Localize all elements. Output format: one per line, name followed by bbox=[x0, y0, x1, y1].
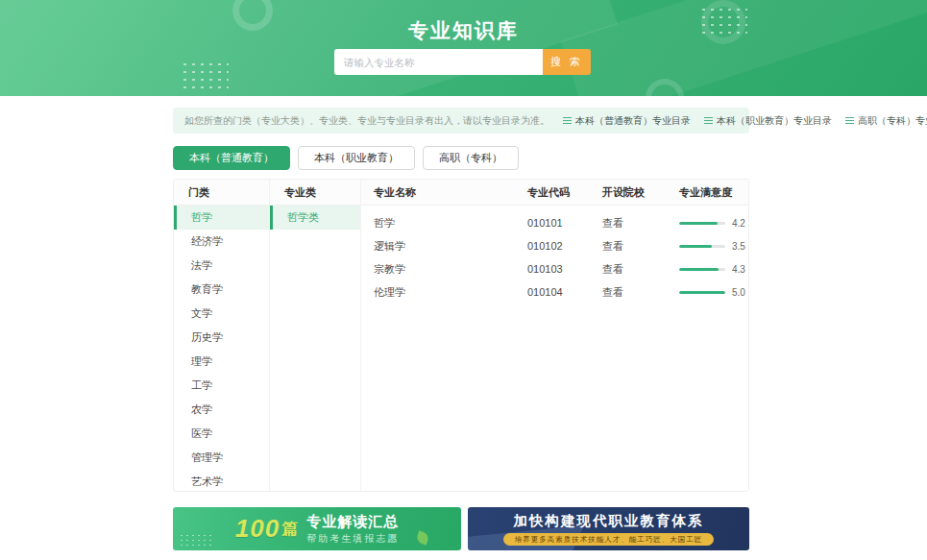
banner-right-subtitle: 培养更多高素质技术技能人才、能工巧匠、大国工匠 bbox=[503, 533, 715, 546]
search-button[interactable]: 搜 索 bbox=[543, 49, 591, 75]
menlei-list: 哲学经济学法学教育学文学历史学理学工学农学医学管理学艺术学 bbox=[174, 206, 269, 494]
catalog-link-benke-zhiye[interactable]: 本科（职业教育）专业目录 bbox=[704, 114, 832, 128]
satisfaction-bar bbox=[679, 222, 725, 225]
satisfaction-bar bbox=[679, 245, 725, 248]
banner-major-interpretation[interactable]: 100 篇 专业解读汇总 帮助考生填报志愿 bbox=[173, 507, 461, 550]
satisfaction-value: 3.5 bbox=[732, 241, 745, 252]
menlei-item[interactable]: 教育学 bbox=[174, 278, 269, 302]
view-schools-link[interactable]: 查看 bbox=[602, 285, 679, 300]
list-icon bbox=[845, 117, 854, 124]
tab-benke-putong[interactable]: 本科（普通教育） bbox=[173, 146, 290, 170]
menlei-item[interactable]: 农学 bbox=[174, 398, 269, 422]
satisfaction-cell: 5.0 bbox=[679, 287, 748, 298]
majors-table-header: 专业名称 专业代码 开设院校 专业满意度 bbox=[361, 180, 748, 206]
table-row: 宗教学010103查看4.3 bbox=[361, 257, 748, 280]
notice-bar: 如您所查的门类（专业大类）、专业类、专业与专业目录有出入，请以专业目录为准。 本… bbox=[173, 108, 749, 134]
banner-right-title: 加快构建现代职业教育体系 bbox=[514, 512, 704, 530]
menlei-item[interactable]: 法学 bbox=[174, 254, 269, 278]
major-code: 010103 bbox=[527, 263, 602, 275]
banner-left-subtitle: 帮助考生填报志愿 bbox=[306, 532, 399, 546]
col-major-code: 专业代码 bbox=[527, 185, 602, 200]
menlei-item[interactable]: 经济学 bbox=[174, 230, 269, 254]
zhuanyelei-item[interactable]: 哲学类 bbox=[270, 206, 360, 230]
satisfaction-value: 4.2 bbox=[732, 218, 745, 229]
menlei-item[interactable]: 管理学 bbox=[174, 446, 269, 470]
satisfaction-value: 4.3 bbox=[732, 264, 745, 275]
banner-unit: 篇 bbox=[281, 518, 298, 540]
tab-benke-zhiye[interactable]: 本科（职业教育） bbox=[298, 146, 415, 170]
col-schools: 开设院校 bbox=[602, 185, 679, 200]
menlei-item[interactable]: 医学 bbox=[174, 422, 269, 446]
catalog-link-label: 高职（专科）专业目录 bbox=[858, 114, 927, 128]
satisfaction-value: 5.0 bbox=[732, 287, 745, 298]
list-icon bbox=[704, 117, 713, 124]
satisfaction-cell: 3.5 bbox=[679, 241, 748, 252]
list-icon bbox=[563, 117, 572, 124]
page-title: 专业知识库 bbox=[0, 17, 927, 44]
satisfaction-bar bbox=[679, 291, 725, 294]
zhuanyelei-column: 专业类 哲学类 bbox=[270, 180, 361, 491]
education-level-tabs: 本科（普通教育） 本科（职业教育） 高职（专科） bbox=[173, 146, 519, 170]
major-name: 宗教学 bbox=[374, 262, 527, 277]
table-row: 逻辑学010102查看3.5 bbox=[361, 234, 748, 257]
menlei-item[interactable]: 文学 bbox=[174, 302, 269, 326]
banner-big-number: 100 bbox=[235, 514, 280, 544]
menlei-item[interactable]: 理学 bbox=[174, 350, 269, 374]
menlei-item[interactable]: 工学 bbox=[174, 374, 269, 398]
menlei-item[interactable]: 哲学 bbox=[174, 206, 269, 230]
satisfaction-cell: 4.2 bbox=[679, 218, 748, 229]
satisfaction-bar bbox=[679, 268, 725, 271]
major-code: 010104 bbox=[527, 286, 602, 298]
menlei-item[interactable]: 历史学 bbox=[174, 326, 269, 350]
dot-grid-decoration bbox=[179, 533, 211, 547]
table-row: 伦理学010104查看5.0 bbox=[361, 280, 748, 304]
hero-stripe-decoration bbox=[0, 0, 618, 96]
view-schools-link[interactable]: 查看 bbox=[602, 262, 679, 277]
major-code: 010102 bbox=[527, 240, 602, 252]
majors-table: 专业名称 专业代码 开设院校 专业满意度 哲学010101查看4.2逻辑学010… bbox=[361, 180, 748, 491]
search-input[interactable] bbox=[334, 49, 543, 75]
tab-gaozhi-zhuanke[interactable]: 高职（专科） bbox=[423, 146, 519, 170]
major-name: 逻辑学 bbox=[374, 239, 527, 254]
col-major-name: 专业名称 bbox=[374, 185, 527, 200]
dot-grid-decoration bbox=[181, 61, 229, 89]
view-schools-link[interactable]: 查看 bbox=[602, 239, 679, 254]
menlei-item[interactable]: 艺术学 bbox=[174, 470, 269, 494]
major-name: 伦理学 bbox=[374, 285, 527, 300]
view-schools-link[interactable]: 查看 bbox=[602, 216, 679, 231]
banner-vocational-education[interactable]: 加快构建现代职业教育体系 培养更多高素质技术技能人才、能工巧匠、大国工匠 bbox=[468, 507, 749, 550]
majors-table-body: 哲学010101查看4.2逻辑学010102查看3.5宗教学010103查看4.… bbox=[361, 206, 748, 304]
catalog-panel: 门类 哲学经济学法学教育学文学历史学理学工学农学医学管理学艺术学 专业类 哲学类… bbox=[173, 179, 749, 492]
col-satisfaction: 专业满意度 bbox=[679, 185, 748, 200]
banner-left-title: 专业解读汇总 bbox=[306, 513, 399, 531]
catalog-link-gaozhi[interactable]: 高职（专科）专业目录 bbox=[845, 114, 927, 128]
major-code: 010101 bbox=[527, 217, 602, 229]
satisfaction-cell: 4.3 bbox=[679, 264, 748, 275]
zhuanyelei-header: 专业类 bbox=[270, 180, 360, 206]
catalog-link-benke-putong[interactable]: 本科（普通教育）专业目录 bbox=[563, 114, 691, 128]
hero-header: 专业知识库 搜 索 bbox=[0, 0, 927, 96]
notice-text: 如您所查的门类（专业大类）、专业类、专业与专业目录有出入，请以专业目录为准。 bbox=[184, 114, 549, 128]
catalog-link-label: 本科（职业教育）专业目录 bbox=[717, 114, 832, 128]
search-bar: 搜 索 bbox=[334, 49, 591, 75]
leaf-decoration bbox=[415, 530, 429, 545]
catalog-link-label: 本科（普通教育）专业目录 bbox=[575, 114, 691, 128]
major-name: 哲学 bbox=[374, 216, 527, 231]
zhuanyelei-list: 哲学类 bbox=[270, 206, 360, 230]
menlei-column: 门类 哲学经济学法学教育学文学历史学理学工学农学医学管理学艺术学 bbox=[174, 180, 270, 491]
table-row: 哲学010101查看4.2 bbox=[361, 211, 748, 234]
menlei-header: 门类 bbox=[174, 180, 269, 206]
